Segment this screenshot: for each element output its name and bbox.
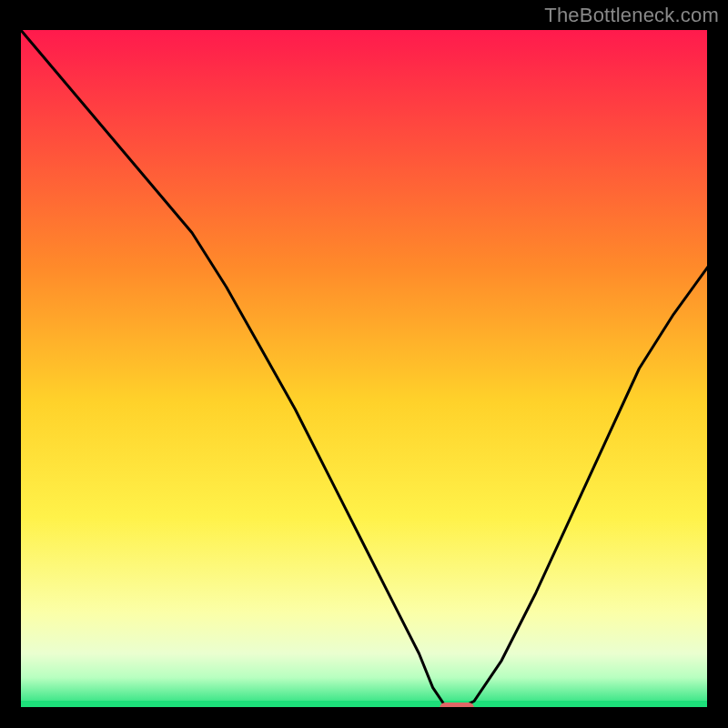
heatmap-background: [20, 29, 708, 708]
stage: TheBottleneck.com: [0, 0, 728, 728]
plot-frame: [18, 27, 710, 710]
attribution-text: TheBottleneck.com: [544, 4, 719, 27]
bottleneck-chart: [18, 27, 710, 710]
green-baseline-band: [20, 701, 708, 708]
